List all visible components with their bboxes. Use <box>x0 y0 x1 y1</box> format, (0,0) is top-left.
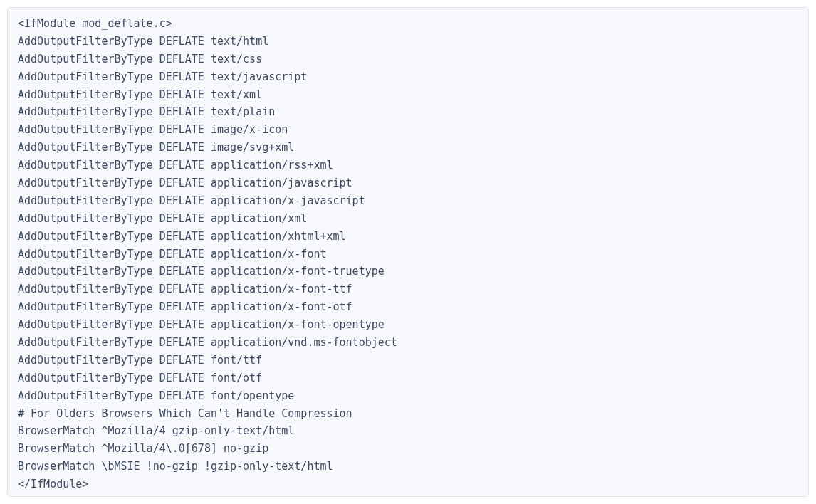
code-line: AddOutputFilterByType DEFLATE image/svg+… <box>18 139 798 157</box>
code-line: AddOutputFilterByType DEFLATE applicatio… <box>18 334 798 352</box>
code-line: BrowserMatch ^Mozilla/4 gzip-only-text/h… <box>18 422 798 440</box>
code-block[interactable]: <IfModule mod_deflate.c>AddOutputFilterB… <box>7 7 809 497</box>
code-line: AddOutputFilterByType DEFLATE applicatio… <box>18 210 798 228</box>
code-line: BrowserMatch \bMSIE !no-gzip !gzip-only-… <box>18 458 798 476</box>
code-line: AddOutputFilterByType DEFLATE applicatio… <box>18 246 798 263</box>
code-line: AddOutputFilterByType DEFLATE applicatio… <box>18 280 798 298</box>
code-line: AddOutputFilterByType DEFLATE text/plain <box>18 103 798 121</box>
code-line: AddOutputFilterByType DEFLATE applicatio… <box>18 228 798 246</box>
code-line: AddOutputFilterByType DEFLATE applicatio… <box>18 263 798 280</box>
code-line: AddOutputFilterByType DEFLATE text/javas… <box>18 68 798 86</box>
code-line: AddOutputFilterByType DEFLATE applicatio… <box>18 316 798 334</box>
code-line: AddOutputFilterByType DEFLATE image/x-ic… <box>18 121 798 139</box>
code-line: AddOutputFilterByType DEFLATE applicatio… <box>18 157 798 174</box>
code-line: AddOutputFilterByType DEFLATE text/html <box>18 33 798 51</box>
code-line: # For Olders Browsers Which Can't Handle… <box>18 405 798 423</box>
code-line: </IfModule> <box>18 476 798 493</box>
code-line: BrowserMatch ^Mozilla/4\.0[678] no-gzip <box>18 440 798 458</box>
code-line: AddOutputFilterByType DEFLATE font/otf <box>18 369 798 387</box>
code-line: <IfModule mod_deflate.c> <box>18 15 798 33</box>
code-line: AddOutputFilterByType DEFLATE font/ttf <box>18 352 798 369</box>
code-line: AddOutputFilterByType DEFLATE applicatio… <box>18 298 798 316</box>
code-line: AddOutputFilterByType DEFLATE text/xml <box>18 86 798 104</box>
code-line: AddOutputFilterByType DEFLATE font/opent… <box>18 387 798 405</box>
code-line: AddOutputFilterByType DEFLATE text/css <box>18 51 798 68</box>
code-line: AddOutputFilterByType DEFLATE applicatio… <box>18 192 798 210</box>
code-line: AddOutputFilterByType DEFLATE applicatio… <box>18 174 798 192</box>
